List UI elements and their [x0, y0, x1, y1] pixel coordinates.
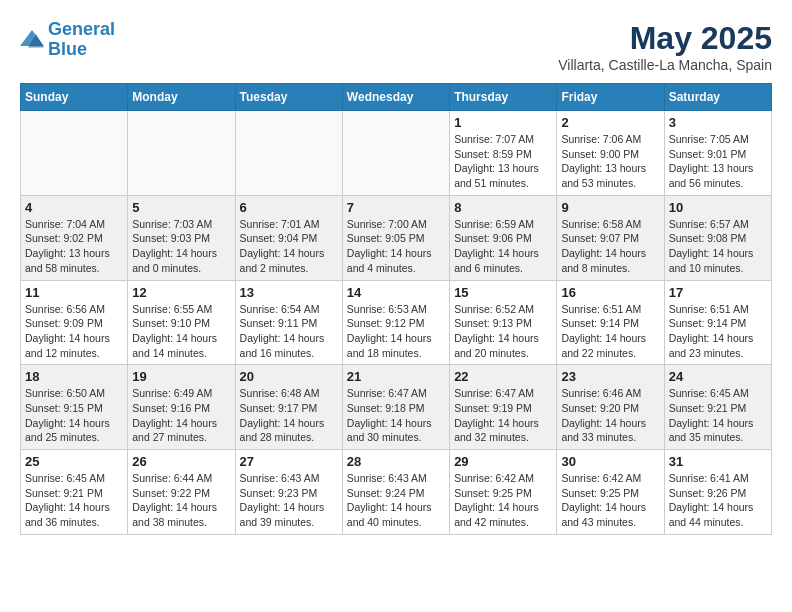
day-number: 31	[669, 454, 767, 469]
day-number: 12	[132, 285, 230, 300]
calendar-cell: 21Sunrise: 6:47 AM Sunset: 9:18 PM Dayli…	[342, 365, 449, 450]
calendar-cell: 4Sunrise: 7:04 AM Sunset: 9:02 PM Daylig…	[21, 195, 128, 280]
day-number: 15	[454, 285, 552, 300]
day-info: Sunrise: 6:43 AM Sunset: 9:23 PM Dayligh…	[240, 471, 338, 530]
logo: General Blue	[20, 20, 115, 60]
header: General Blue May 2025 Villarta, Castille…	[20, 20, 772, 73]
calendar-cell	[21, 111, 128, 196]
calendar-week: 4Sunrise: 7:04 AM Sunset: 9:02 PM Daylig…	[21, 195, 772, 280]
title-area: May 2025 Villarta, Castille-La Mancha, S…	[558, 20, 772, 73]
day-info: Sunrise: 7:05 AM Sunset: 9:01 PM Dayligh…	[669, 132, 767, 191]
day-number: 28	[347, 454, 445, 469]
day-number: 23	[561, 369, 659, 384]
day-number: 4	[25, 200, 123, 215]
day-number: 5	[132, 200, 230, 215]
calendar-cell	[235, 111, 342, 196]
day-number: 9	[561, 200, 659, 215]
day-info: Sunrise: 6:43 AM Sunset: 9:24 PM Dayligh…	[347, 471, 445, 530]
day-number: 11	[25, 285, 123, 300]
day-number: 1	[454, 115, 552, 130]
calendar-header: SundayMondayTuesdayWednesdayThursdayFrid…	[21, 84, 772, 111]
calendar-body: 1Sunrise: 7:07 AM Sunset: 8:59 PM Daylig…	[21, 111, 772, 535]
calendar-cell: 22Sunrise: 6:47 AM Sunset: 9:19 PM Dayli…	[450, 365, 557, 450]
calendar-week: 11Sunrise: 6:56 AM Sunset: 9:09 PM Dayli…	[21, 280, 772, 365]
weekday-header: Thursday	[450, 84, 557, 111]
logo-icon	[20, 30, 44, 50]
calendar-cell: 5Sunrise: 7:03 AM Sunset: 9:03 PM Daylig…	[128, 195, 235, 280]
weekday-row: SundayMondayTuesdayWednesdayThursdayFrid…	[21, 84, 772, 111]
logo-line2: Blue	[48, 39, 87, 59]
calendar-cell: 2Sunrise: 7:06 AM Sunset: 9:00 PM Daylig…	[557, 111, 664, 196]
calendar-cell: 3Sunrise: 7:05 AM Sunset: 9:01 PM Daylig…	[664, 111, 771, 196]
day-info: Sunrise: 7:06 AM Sunset: 9:00 PM Dayligh…	[561, 132, 659, 191]
calendar-table: SundayMondayTuesdayWednesdayThursdayFrid…	[20, 83, 772, 535]
day-number: 6	[240, 200, 338, 215]
calendar-cell	[342, 111, 449, 196]
day-info: Sunrise: 7:01 AM Sunset: 9:04 PM Dayligh…	[240, 217, 338, 276]
calendar-cell: 8Sunrise: 6:59 AM Sunset: 9:06 PM Daylig…	[450, 195, 557, 280]
calendar-week: 1Sunrise: 7:07 AM Sunset: 8:59 PM Daylig…	[21, 111, 772, 196]
day-number: 19	[132, 369, 230, 384]
day-number: 14	[347, 285, 445, 300]
day-number: 25	[25, 454, 123, 469]
calendar-cell: 7Sunrise: 7:00 AM Sunset: 9:05 PM Daylig…	[342, 195, 449, 280]
day-info: Sunrise: 6:58 AM Sunset: 9:07 PM Dayligh…	[561, 217, 659, 276]
day-info: Sunrise: 6:57 AM Sunset: 9:08 PM Dayligh…	[669, 217, 767, 276]
day-info: Sunrise: 6:42 AM Sunset: 9:25 PM Dayligh…	[561, 471, 659, 530]
calendar-cell: 11Sunrise: 6:56 AM Sunset: 9:09 PM Dayli…	[21, 280, 128, 365]
day-info: Sunrise: 6:55 AM Sunset: 9:10 PM Dayligh…	[132, 302, 230, 361]
logo-text: General Blue	[48, 20, 115, 60]
day-number: 29	[454, 454, 552, 469]
calendar-cell: 13Sunrise: 6:54 AM Sunset: 9:11 PM Dayli…	[235, 280, 342, 365]
day-info: Sunrise: 6:46 AM Sunset: 9:20 PM Dayligh…	[561, 386, 659, 445]
day-info: Sunrise: 6:49 AM Sunset: 9:16 PM Dayligh…	[132, 386, 230, 445]
logo-line1: General	[48, 19, 115, 39]
day-number: 30	[561, 454, 659, 469]
day-info: Sunrise: 6:53 AM Sunset: 9:12 PM Dayligh…	[347, 302, 445, 361]
day-info: Sunrise: 6:47 AM Sunset: 9:18 PM Dayligh…	[347, 386, 445, 445]
weekday-header: Tuesday	[235, 84, 342, 111]
calendar-week: 18Sunrise: 6:50 AM Sunset: 9:15 PM Dayli…	[21, 365, 772, 450]
calendar-subtitle: Villarta, Castille-La Mancha, Spain	[558, 57, 772, 73]
day-info: Sunrise: 6:45 AM Sunset: 9:21 PM Dayligh…	[669, 386, 767, 445]
day-number: 20	[240, 369, 338, 384]
weekday-header: Saturday	[664, 84, 771, 111]
calendar-cell: 15Sunrise: 6:52 AM Sunset: 9:13 PM Dayli…	[450, 280, 557, 365]
calendar-cell: 10Sunrise: 6:57 AM Sunset: 9:08 PM Dayli…	[664, 195, 771, 280]
calendar-cell: 6Sunrise: 7:01 AM Sunset: 9:04 PM Daylig…	[235, 195, 342, 280]
day-info: Sunrise: 6:42 AM Sunset: 9:25 PM Dayligh…	[454, 471, 552, 530]
day-info: Sunrise: 7:03 AM Sunset: 9:03 PM Dayligh…	[132, 217, 230, 276]
calendar-cell: 12Sunrise: 6:55 AM Sunset: 9:10 PM Dayli…	[128, 280, 235, 365]
day-info: Sunrise: 6:52 AM Sunset: 9:13 PM Dayligh…	[454, 302, 552, 361]
day-number: 17	[669, 285, 767, 300]
day-info: Sunrise: 6:51 AM Sunset: 9:14 PM Dayligh…	[561, 302, 659, 361]
day-info: Sunrise: 6:56 AM Sunset: 9:09 PM Dayligh…	[25, 302, 123, 361]
calendar-cell: 1Sunrise: 7:07 AM Sunset: 8:59 PM Daylig…	[450, 111, 557, 196]
calendar-cell: 19Sunrise: 6:49 AM Sunset: 9:16 PM Dayli…	[128, 365, 235, 450]
day-info: Sunrise: 6:59 AM Sunset: 9:06 PM Dayligh…	[454, 217, 552, 276]
calendar-cell: 18Sunrise: 6:50 AM Sunset: 9:15 PM Dayli…	[21, 365, 128, 450]
calendar-cell: 31Sunrise: 6:41 AM Sunset: 9:26 PM Dayli…	[664, 450, 771, 535]
day-number: 26	[132, 454, 230, 469]
day-number: 18	[25, 369, 123, 384]
calendar-cell: 27Sunrise: 6:43 AM Sunset: 9:23 PM Dayli…	[235, 450, 342, 535]
calendar-cell: 25Sunrise: 6:45 AM Sunset: 9:21 PM Dayli…	[21, 450, 128, 535]
day-number: 16	[561, 285, 659, 300]
day-info: Sunrise: 6:50 AM Sunset: 9:15 PM Dayligh…	[25, 386, 123, 445]
calendar-cell: 20Sunrise: 6:48 AM Sunset: 9:17 PM Dayli…	[235, 365, 342, 450]
day-info: Sunrise: 6:44 AM Sunset: 9:22 PM Dayligh…	[132, 471, 230, 530]
day-number: 22	[454, 369, 552, 384]
day-info: Sunrise: 6:41 AM Sunset: 9:26 PM Dayligh…	[669, 471, 767, 530]
day-info: Sunrise: 6:48 AM Sunset: 9:17 PM Dayligh…	[240, 386, 338, 445]
calendar-cell: 26Sunrise: 6:44 AM Sunset: 9:22 PM Dayli…	[128, 450, 235, 535]
day-info: Sunrise: 6:45 AM Sunset: 9:21 PM Dayligh…	[25, 471, 123, 530]
weekday-header: Friday	[557, 84, 664, 111]
day-info: Sunrise: 6:47 AM Sunset: 9:19 PM Dayligh…	[454, 386, 552, 445]
day-number: 13	[240, 285, 338, 300]
day-info: Sunrise: 7:07 AM Sunset: 8:59 PM Dayligh…	[454, 132, 552, 191]
day-info: Sunrise: 6:54 AM Sunset: 9:11 PM Dayligh…	[240, 302, 338, 361]
day-info: Sunrise: 6:51 AM Sunset: 9:14 PM Dayligh…	[669, 302, 767, 361]
day-number: 7	[347, 200, 445, 215]
weekday-header: Wednesday	[342, 84, 449, 111]
day-number: 2	[561, 115, 659, 130]
